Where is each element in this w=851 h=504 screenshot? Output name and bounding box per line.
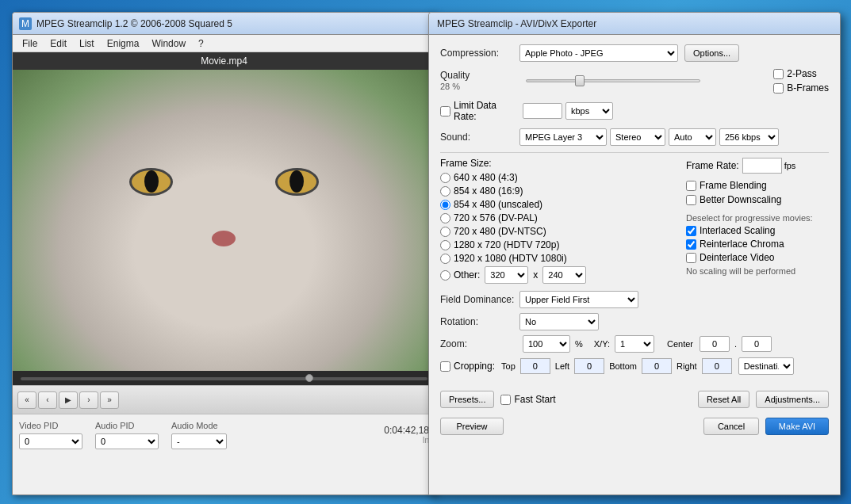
audio-pid-select[interactable]: 0 (95, 433, 159, 449)
reinterlace-chroma-checkbox[interactable] (686, 239, 696, 250)
limit-data-rate-checkbox-row: Limit Data Rate: (440, 100, 519, 122)
dialog-title: MPEG Streamclip - AVI/DivX Exporter (437, 18, 596, 29)
xy-select[interactable]: 1 (615, 335, 654, 353)
menu-window[interactable]: Window (145, 36, 192, 51)
crop-bottom-input[interactable] (642, 358, 672, 374)
dialog-body: Compression: Apple Photo - JPEG Options.… (429, 35, 840, 391)
quality-percent: 28 % (440, 82, 460, 91)
playback-controls: « ‹ ▶ › » (13, 385, 435, 414)
video-frame (13, 70, 435, 371)
radio-1280x720: 1280 x 720 (HDTV 720p) (440, 239, 670, 250)
other-height-select[interactable]: 240 (542, 266, 586, 284)
no-scaling-text: No scaling will be performed (686, 266, 829, 276)
zoom-select[interactable]: 100 (523, 335, 570, 353)
menu-enigma[interactable]: Enigma (101, 36, 146, 51)
xy-label: X/Y: (594, 339, 610, 349)
cropping-label: Cropping: (454, 361, 495, 372)
crop-top-input[interactable] (520, 358, 550, 374)
radio-1920x1080: 1920 x 1080 (HDTV 1080i) (440, 253, 670, 264)
frame-rate-input[interactable] (742, 158, 782, 174)
radio-1280x720-input[interactable] (440, 240, 450, 250)
bottom-buttons-row1: Presets... Fast Start Reset All Adjustme… (429, 391, 840, 408)
better-downscaling-checkbox[interactable] (686, 195, 696, 205)
step-forward-button[interactable]: › (79, 391, 98, 409)
play-button[interactable]: ▶ (59, 391, 78, 409)
preview-button[interactable]: Preview (440, 418, 504, 435)
sound-codec-select[interactable]: MPEG Layer 3 (519, 128, 607, 146)
menu-help[interactable]: ? (192, 36, 210, 51)
cat-eye-right (275, 168, 319, 196)
audio-mode-select[interactable]: - (171, 433, 227, 449)
right-label: Right (677, 361, 697, 371)
radio-other-label: Other: (454, 269, 480, 281)
radio-854x480-unscaled-input[interactable] (440, 200, 450, 210)
left-label: Left (555, 361, 569, 371)
rotation-select[interactable]: No (519, 313, 599, 330)
data-rate-input[interactable] (523, 103, 562, 119)
reset-all-button[interactable]: Reset All (698, 391, 749, 408)
radio-720x576: 720 x 576 (DV-PAL) (440, 212, 670, 223)
center-x-input[interactable] (700, 336, 730, 352)
sound-row: Sound: MPEG Layer 3 Stereo Auto 256 kbps (440, 128, 829, 146)
sound-channels-select[interactable]: Stereo (610, 128, 665, 146)
menu-edit[interactable]: Edit (44, 36, 73, 51)
scrubber-thumb[interactable] (305, 374, 313, 382)
other-width-select[interactable]: 320 (485, 266, 528, 284)
sound-sample-rate-select[interactable]: Auto (669, 128, 716, 146)
frame-blending-checkbox[interactable] (686, 181, 696, 191)
quality-slider[interactable] (526, 74, 700, 87)
app-icon: M (19, 17, 32, 30)
crop-left-input[interactable] (574, 358, 604, 374)
radio-1920x1080-input[interactable] (440, 254, 450, 264)
step-back-button[interactable]: ‹ (38, 391, 57, 409)
skip-back-button[interactable]: « (17, 391, 36, 409)
field-dominance-select[interactable]: Upper Field First (519, 291, 638, 308)
frame-size-section: Frame Size: 640 x 480 (4:3) 854 x 480 (1… (440, 158, 829, 286)
radio-720x480-input[interactable] (440, 227, 450, 237)
skip-forward-button[interactable]: » (100, 391, 119, 409)
slider-thumb (575, 75, 585, 86)
two-pass-checkbox[interactable] (773, 69, 784, 79)
progressive-label: Deselect for progressive movies: (686, 213, 829, 223)
audio-pid-group: Audio PID 0 (95, 421, 159, 449)
adjustments-button[interactable]: Adjustments... (756, 391, 829, 408)
center-y-input[interactable] (742, 336, 772, 352)
frame-size-title: Frame Size: (440, 158, 670, 169)
data-rate-unit-select[interactable]: kbps (565, 102, 613, 120)
cropping-row: Cropping: Top Left Bottom Right Destinat… (440, 357, 829, 375)
radio-854x480-169-input[interactable] (440, 186, 450, 197)
cancel-button[interactable]: Cancel (703, 418, 759, 435)
compression-select[interactable]: Apple Photo - JPEG (519, 44, 678, 62)
dialog-title-bar: MPEG Streamclip - AVI/DivX Exporter (429, 13, 840, 35)
main-window: M MPEG Streamclip 1.2 © 2006-2008 Square… (12, 12, 436, 495)
sound-bitrate-select[interactable]: 256 kbps (719, 128, 779, 146)
destination-select[interactable]: Destinati... (738, 357, 794, 375)
presets-button[interactable]: Presets... (440, 391, 494, 408)
zoom-row: Zoom: 100 % X/Y: 1 Center . (440, 335, 829, 353)
radio-720x576-input[interactable] (440, 213, 450, 223)
crop-right-input[interactable] (702, 358, 732, 374)
main-title: MPEG Streamclip 1.2 © 2006-2008 Squared … (36, 18, 232, 29)
options-button[interactable]: Options... (684, 44, 739, 62)
time-display: 0:04:42,18 In (247, 425, 429, 445)
video-filename: Movie.mp4 (201, 55, 247, 67)
radio-640x480-label: 640 x 480 (4:3) (454, 172, 518, 183)
b-frames-checkbox[interactable] (773, 83, 784, 94)
fast-start-checkbox[interactable] (500, 395, 511, 405)
time-value: 0:04:42,18 (247, 425, 429, 436)
audio-mode-group: Audio Mode - (171, 421, 235, 449)
scrubber-area[interactable] (13, 371, 435, 385)
cropping-checkbox[interactable] (440, 361, 450, 372)
menu-list[interactable]: List (73, 36, 101, 51)
center-label: Center (667, 339, 693, 349)
radio-640x480-input[interactable] (440, 173, 450, 183)
make-avi-button[interactable]: Make AVI (765, 418, 829, 435)
quality-label: Quality 28 % (440, 70, 519, 92)
video-pid-select[interactable]: 0 (19, 433, 82, 449)
deinterlace-video-checkbox[interactable] (686, 253, 696, 263)
limit-data-rate-checkbox[interactable] (440, 106, 450, 116)
menu-file[interactable]: File (16, 36, 44, 51)
scrubber-track[interactable] (21, 377, 427, 380)
interlaced-scaling-checkbox[interactable] (686, 226, 696, 236)
radio-other-input[interactable] (440, 270, 450, 281)
